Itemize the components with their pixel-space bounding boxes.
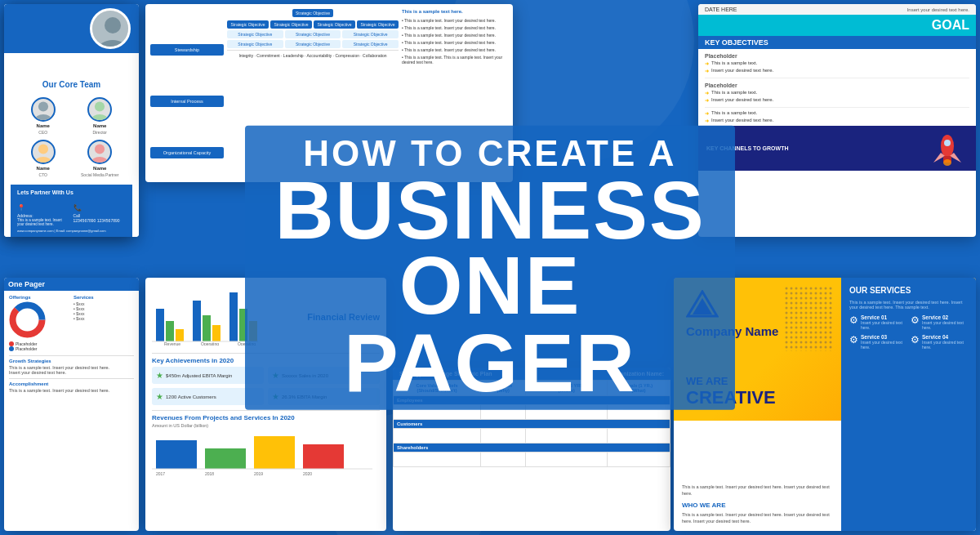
- team-member-1: Name CEO: [17, 97, 69, 135]
- svg-rect-20: [156, 309, 164, 341]
- svg-point-1: [105, 17, 121, 33]
- customers-col-4: [608, 429, 670, 444]
- svg-point-6: [91, 114, 109, 122]
- one-pager-title: One Pager: [4, 278, 139, 291]
- service-item-01: ⚙ Service 01 Insert your desired text he…: [849, 314, 906, 330]
- company-desc: This is a sample text. Insert your desir…: [682, 484, 833, 497]
- shareholders-col-2: [481, 453, 526, 467]
- team-member-2-avatar: [87, 97, 112, 122]
- obj-8: Strategic Objective: [227, 40, 283, 48]
- call-number: 1234567890 1234567890: [74, 218, 127, 223]
- placeholder-2-section: Placeholder ➜ This is a sample text. ➜ I…: [698, 78, 976, 107]
- service-04-name: Service 04: [922, 334, 968, 340]
- shareholders-col-3: [526, 453, 608, 467]
- placeholder-3-section: ➜ This is a sample text. ➜ Insert your d…: [698, 108, 976, 126]
- dot-pattern: [784, 286, 833, 351]
- section-customers-row: Customers: [394, 420, 670, 429]
- dot-svg: [784, 286, 833, 351]
- strategic-text-5: • This is a sample text. Insert your des…: [402, 47, 508, 52]
- arrow-icon-3: ➜: [705, 90, 709, 96]
- service-02-name: Service 02: [922, 314, 968, 320]
- achievement-icon-1: ★: [156, 371, 163, 380]
- svg-rect-38: [303, 444, 344, 469]
- company-desc-section: This is a sample text. Insert your desir…: [674, 477, 841, 531]
- placeholder-2-title: Placeholder: [705, 82, 969, 88]
- legend-icon-2: [9, 346, 14, 351]
- date-label: DATE HERE: [705, 7, 737, 12]
- service-03-name: Service 03: [861, 334, 906, 340]
- bullet-1-2: ➜ Insert your desired text here.: [705, 68, 969, 74]
- revenues-title: Revenues From Projects and Services In 2…: [152, 414, 380, 421]
- objectives-title: KEY OBJECTIVES: [698, 36, 976, 49]
- team-member-4-avatar: [87, 140, 112, 164]
- svg-text:Revenue: Revenue: [164, 341, 180, 346]
- main-headline: HOW TO CREATE A BUSINESS ONE PAGER: [245, 125, 735, 409]
- svg-rect-22: [176, 329, 184, 341]
- service-02-desc: Insert your desired text here.: [922, 320, 968, 330]
- address-text: This is a sample text. Insert your desir…: [17, 218, 70, 226]
- core-team-members: Name CEO Name Director: [11, 93, 132, 181]
- strategic-text-4: • This is a sample text. Insert your des…: [402, 40, 508, 45]
- svg-rect-24: [203, 315, 211, 341]
- obj-5: Strategic Objective: [227, 30, 283, 38]
- accomplishment-label: Accomplishment: [9, 381, 134, 386]
- goal-card-top: DATE HERE Insert your desired text here.: [698, 4, 976, 15]
- bullet-1-1: ➜ This is a sample text.: [705, 60, 969, 66]
- svg-text:2020: 2020: [303, 471, 312, 476]
- svg-point-3: [38, 101, 48, 111]
- svg-rect-36: [205, 448, 246, 469]
- strategic-text-1: • This is a sample text. Insert your des…: [402, 18, 508, 23]
- obj-row-3: Strategic Objective Strategic Objective …: [227, 40, 399, 48]
- bullet-3-2: ➜ Insert your desired text here.: [705, 118, 969, 123]
- team-member-4-name: Name: [93, 166, 106, 171]
- achievement-text-3: 1200 Active Customers: [166, 395, 216, 399]
- team-member-4-role: Social Media Partner: [81, 172, 118, 177]
- service-item-02: ⚙ Service 02 Insert your desired text he…: [911, 314, 968, 330]
- goal-card: DATE HERE Insert your desired text here.…: [698, 4, 976, 237]
- svg-rect-47: [784, 286, 833, 351]
- svg-point-8: [34, 157, 51, 164]
- core-team-title: Our Core Team: [11, 65, 132, 93]
- growth-text-2: Insert your desired text here.: [9, 370, 134, 375]
- team-member-3: Name CTO: [17, 140, 69, 177]
- obj-9: Strategic Objective: [285, 40, 341, 48]
- service-icon-02: ⚙: [911, 314, 920, 326]
- strategic-text-2: • This is a sample text. Insert your des…: [402, 25, 508, 30]
- strategic-text-6: • This is a sample text. This is a sampl…: [402, 55, 508, 65]
- svg-text:2018: 2018: [205, 471, 214, 476]
- obj-1: Strategic Objective: [227, 20, 269, 29]
- bullet-2-1: ➜ This is a sample text.: [705, 90, 969, 96]
- shareholders-col-1: [394, 453, 481, 467]
- shareholders-col-4: [608, 453, 670, 467]
- customers-col-2: [481, 429, 526, 444]
- service-01-desc: Insert your desired text here.: [861, 320, 906, 330]
- obj-6: Strategic Objective: [285, 30, 341, 38]
- obj-2: Strategic Objective: [270, 20, 312, 29]
- arrow-icon-1: ➜: [705, 60, 709, 66]
- service-item-03: ⚙ Service 03 Insert your desired text he…: [849, 334, 906, 350]
- headline-box: HOW TO CREATE A BUSINESS ONE PAGER: [245, 125, 735, 409]
- service-03-content: Service 03 Insert your desired text here…: [861, 334, 906, 350]
- service-icon-04: ⚙: [911, 334, 920, 346]
- placeholder-1-title: Placeholder: [705, 53, 969, 59]
- svg-rect-26: [229, 292, 238, 341]
- team-member-3-role: CTO: [39, 172, 47, 177]
- section-customers: Customers: [394, 420, 670, 429]
- top-obj-row: Strategic Objective: [227, 9, 399, 17]
- svg-point-10: [91, 157, 109, 164]
- svg-rect-23: [193, 301, 201, 341]
- svg-point-4: [34, 114, 51, 122]
- team-member-2-role: Director: [92, 130, 107, 135]
- service-item-04: ⚙ Service 04 Insert your desired text he…: [911, 334, 968, 350]
- svg-point-7: [38, 144, 48, 154]
- team-member-1-role: CEO: [38, 130, 47, 135]
- offerings-label: Offerings: [9, 295, 69, 300]
- placeholder-1-section: Placeholder ➜ This is a sample text. ➜ I…: [698, 49, 976, 78]
- stewardship-box: Stewardship: [150, 44, 224, 56]
- bullet-3-1: ➜ This is a sample text.: [705, 110, 969, 116]
- headline-business: BUSINESS: [261, 173, 719, 247]
- team-member-3-avatar: [31, 140, 56, 164]
- phone-icon: 📞: [74, 204, 82, 212]
- service-01-content: Service 01 Insert your desired text here…: [861, 314, 906, 330]
- obj-10: Strategic Objective: [342, 40, 399, 48]
